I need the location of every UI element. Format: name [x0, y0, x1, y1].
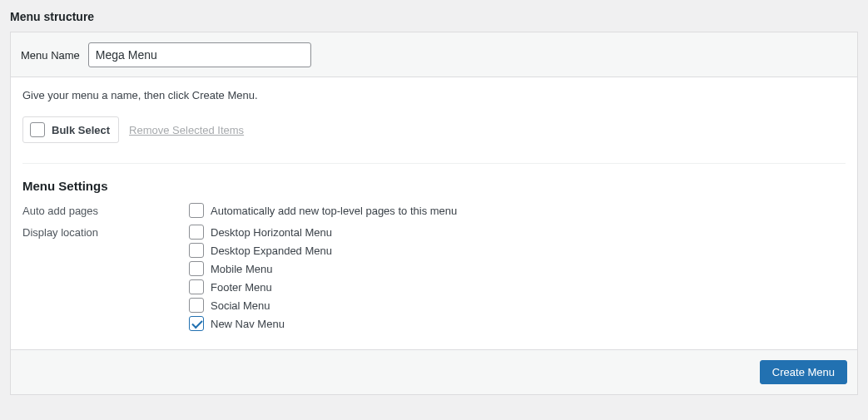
menu-name-input[interactable]: [88, 42, 311, 67]
auto-add-checkbox[interactable]: [189, 203, 204, 218]
location-label: Desktop Horizontal Menu: [211, 226, 332, 239]
display-location-label: Display location: [22, 225, 189, 334]
panel-footer: Create Menu: [11, 349, 857, 394]
location-label: New Nav Menu: [211, 318, 285, 330]
bulk-actions-row: Bulk Select Remove Selected Items: [22, 116, 846, 143]
location-label: Desktop Expanded Menu: [211, 245, 332, 257]
divider: [22, 163, 846, 164]
location-checkbox[interactable]: [189, 225, 204, 240]
auto-add-label: Auto add pages: [22, 203, 189, 221]
bulk-select-box: Bulk Select: [22, 116, 119, 143]
location-option: Mobile Menu: [189, 261, 846, 276]
location-checkbox[interactable]: [189, 279, 204, 294]
location-checkbox[interactable]: [189, 261, 204, 276]
bulk-select-label: Bulk Select: [52, 124, 110, 136]
display-location-row: Display location Desktop Horizontal Menu…: [22, 225, 846, 334]
menu-structure-panel: Menu structure Menu Name Give your menu …: [10, 10, 858, 395]
location-label: Social Menu: [211, 299, 270, 312]
section-title: Menu structure: [10, 10, 858, 23]
menu-settings-title: Menu Settings: [22, 179, 846, 193]
location-option: Social Menu: [189, 298, 846, 313]
panel-body: Give your menu a name, then click Create…: [11, 77, 857, 334]
panel: Menu Name Give your menu a name, then cl…: [10, 32, 858, 395]
auto-add-option-label: Automatically add new top-level pages to…: [211, 205, 457, 217]
auto-add-option: Automatically add new top-level pages to…: [189, 203, 846, 218]
auto-add-row: Auto add pages Automatically add new top…: [22, 203, 846, 221]
instruction-text: Give your menu a name, then click Create…: [22, 89, 846, 101]
remove-selected-link[interactable]: Remove Selected Items: [129, 124, 244, 136]
bulk-select-checkbox[interactable]: [30, 122, 45, 137]
location-option: Footer Menu: [189, 279, 846, 294]
location-checkbox[interactable]: [189, 243, 204, 258]
panel-header: Menu Name: [11, 32, 857, 77]
location-option: Desktop Horizontal Menu: [189, 225, 846, 240]
location-label: Mobile Menu: [211, 263, 272, 275]
auto-add-options: Automatically add new top-level pages to…: [189, 203, 846, 221]
menu-name-label: Menu Name: [21, 49, 80, 62]
location-option: New Nav Menu: [189, 316, 846, 331]
create-menu-button[interactable]: Create Menu: [760, 360, 847, 384]
location-checkbox[interactable]: [189, 316, 204, 331]
display-location-options: Desktop Horizontal MenuDesktop Expanded …: [189, 225, 846, 334]
location-option: Desktop Expanded Menu: [189, 243, 846, 258]
location-checkbox[interactable]: [189, 298, 204, 313]
location-label: Footer Menu: [211, 281, 272, 294]
